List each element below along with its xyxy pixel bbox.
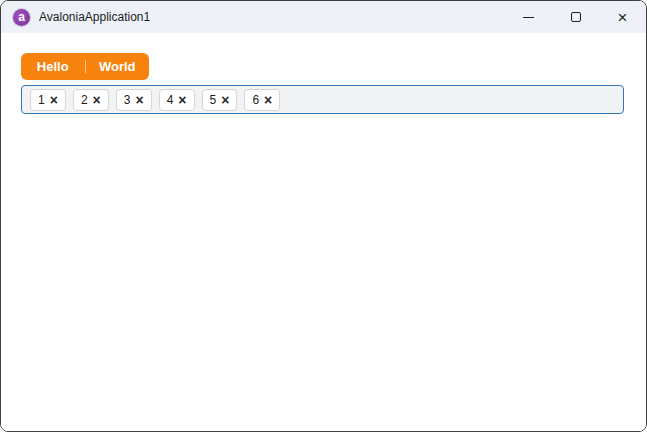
chip[interactable]: 2×: [73, 89, 109, 111]
chip-remove-icon[interactable]: ×: [264, 92, 272, 106]
tab-hello[interactable]: Hello: [21, 53, 85, 80]
maximize-icon: [571, 12, 581, 22]
chip[interactable]: 4×: [159, 89, 195, 111]
avalonia-logo-icon: a: [13, 9, 30, 26]
chip[interactable]: 1×: [30, 89, 66, 111]
titlebar[interactable]: a AvaloniaApplication1 ×: [1, 1, 646, 33]
maximize-button[interactable]: [552, 1, 599, 33]
caption-buttons: ×: [505, 1, 646, 33]
chip-remove-icon[interactable]: ×: [135, 92, 143, 106]
chip-remove-icon[interactable]: ×: [93, 92, 101, 106]
chip[interactable]: 3×: [116, 89, 152, 111]
chip-label: 5: [210, 93, 217, 107]
chip-label: 6: [252, 93, 259, 107]
tab-strip: Hello World: [21, 53, 149, 80]
close-button[interactable]: ×: [599, 1, 646, 33]
chip[interactable]: 5×: [202, 89, 238, 111]
minimize-button[interactable]: [505, 1, 552, 33]
chip-remove-icon[interactable]: ×: [178, 92, 186, 106]
app-window: a AvaloniaApplication1 × Hello World 1×2…: [0, 0, 647, 432]
minimize-icon: [523, 17, 534, 18]
window-title: AvaloniaApplication1: [39, 10, 150, 24]
window-content: Hello World 1×2×3×4×5×6×: [1, 33, 646, 431]
avalonia-logo-letter: a: [18, 11, 25, 23]
chips-input[interactable]: 1×2×3×4×5×6×: [21, 85, 624, 114]
chip-remove-icon[interactable]: ×: [50, 92, 58, 106]
chip-remove-icon[interactable]: ×: [221, 92, 229, 106]
chip[interactable]: 6×: [244, 89, 280, 111]
chip-label: 3: [124, 93, 131, 107]
chip-label: 2: [81, 93, 88, 107]
tab-world[interactable]: World: [86, 53, 150, 80]
chip-label: 1: [38, 93, 45, 107]
chip-label: 4: [167, 93, 174, 107]
close-icon: ×: [618, 9, 628, 26]
